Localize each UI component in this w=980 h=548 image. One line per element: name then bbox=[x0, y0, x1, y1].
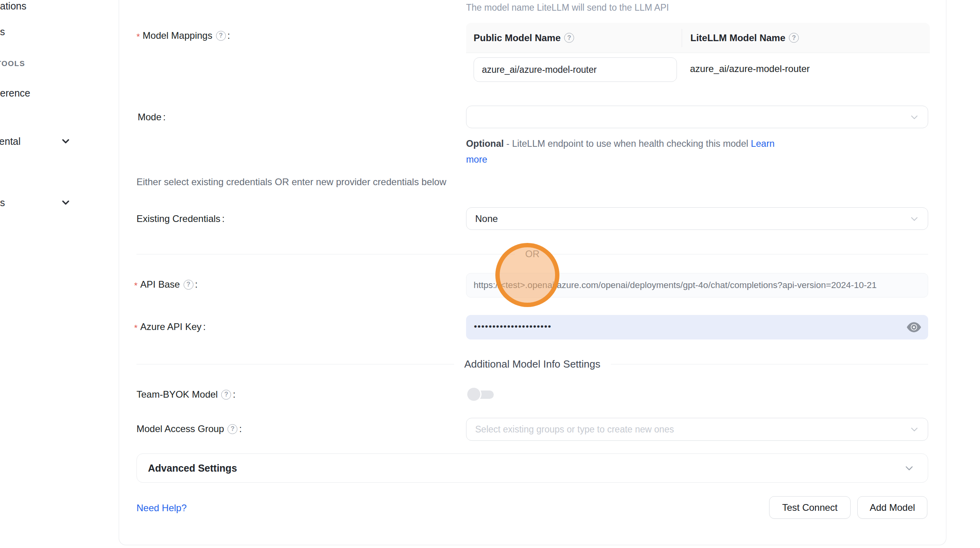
model-access-group-label: Model Access Group bbox=[136, 423, 242, 434]
label-colon bbox=[226, 30, 230, 41]
advanced-settings-title: Advanced Settings bbox=[137, 463, 237, 474]
help-icon[interactable] bbox=[216, 31, 226, 41]
add-model-form-card: The model name LiteLLM will send to the … bbox=[119, 0, 946, 545]
label-colon bbox=[237, 423, 242, 434]
chevron-down-icon bbox=[904, 463, 914, 473]
chevron-down-icon bbox=[910, 425, 919, 434]
azure-api-key-label: * Azure API Key bbox=[134, 321, 206, 332]
additional-settings-divider: Additional Model Info Settings bbox=[136, 358, 928, 370]
sidebar-nav: ations s TOOLS erence mental s bbox=[0, 0, 119, 548]
table-header-row: Public Model Name LiteLLM Model Name bbox=[466, 23, 930, 53]
column-header-public-model-name: Public Model Name bbox=[466, 32, 682, 44]
or-divider: OR bbox=[136, 248, 928, 260]
or-divider-text: OR bbox=[515, 248, 550, 260]
additional-settings-divider-text: Additional Model Info Settings bbox=[454, 358, 611, 370]
select-placeholder: Select existing groups or type to create… bbox=[466, 424, 674, 435]
chevron-down-icon bbox=[910, 112, 919, 122]
help-icon[interactable] bbox=[221, 390, 231, 400]
mode-label: Mode bbox=[138, 112, 166, 123]
masked-key-value: ••••••••••••••••••••• bbox=[474, 322, 552, 331]
litellm-model-name-value: azure_ai/azure-model-router bbox=[690, 63, 810, 74]
required-asterisk: * bbox=[134, 281, 138, 291]
label-colon bbox=[193, 279, 198, 290]
label-colon bbox=[161, 112, 166, 123]
need-help-link[interactable]: Need Help? bbox=[136, 502, 187, 514]
sidebar-item-label: erence bbox=[0, 87, 30, 99]
label-colon bbox=[201, 321, 206, 332]
sidebar-item-settings[interactable]: s bbox=[0, 197, 5, 209]
public-model-name-input[interactable] bbox=[474, 57, 677, 82]
model-access-group-select[interactable]: Select existing groups or type to create… bbox=[466, 418, 928, 441]
api-base-input[interactable]: https://<test>.openai.azure.com/openai/d… bbox=[466, 273, 928, 298]
sidebar-item-models[interactable]: s bbox=[0, 26, 5, 38]
help-icon[interactable] bbox=[789, 33, 799, 43]
azure-api-key-input[interactable]: ••••••••••••••••••••• bbox=[466, 315, 928, 339]
help-icon[interactable] bbox=[184, 280, 193, 290]
existing-credentials-label: Existing Credentials bbox=[136, 213, 225, 224]
sidebar-item-label: ations bbox=[0, 0, 27, 11]
required-asterisk: * bbox=[134, 323, 138, 333]
sidebar-item-reference[interactable]: erence bbox=[0, 87, 30, 99]
sidebar-item-label: s bbox=[0, 197, 5, 208]
sidebar-section-label: TOOLS bbox=[0, 59, 25, 68]
sidebar-item-integrations[interactable]: ations bbox=[0, 0, 27, 12]
required-asterisk: * bbox=[136, 32, 140, 42]
label-colon bbox=[220, 213, 225, 224]
sidebar-section-tools: TOOLS bbox=[0, 59, 25, 68]
team-byok-label: Team-BYOK Model bbox=[136, 389, 235, 400]
mode-help-text: Optional - LiteLLM endpoint to use when … bbox=[466, 136, 794, 167]
test-connect-button[interactable]: Test Connect bbox=[769, 496, 851, 519]
api-base-label: * API Base bbox=[134, 279, 197, 290]
chevron-down-icon[interactable] bbox=[61, 137, 70, 146]
existing-credentials-select[interactable]: None bbox=[466, 207, 928, 230]
chevron-down-icon[interactable] bbox=[61, 198, 70, 207]
sidebar-item-experimental[interactable]: mental bbox=[0, 136, 21, 147]
model-name-hint: The model name LiteLLM will send to the … bbox=[466, 2, 669, 13]
label-colon bbox=[231, 389, 235, 400]
team-byok-toggle[interactable] bbox=[467, 388, 494, 401]
add-model-button[interactable]: Add Model bbox=[857, 496, 927, 519]
toggle-knob bbox=[467, 388, 480, 401]
model-mappings-label: * Model Mappings bbox=[136, 30, 230, 41]
sidebar-item-label: mental bbox=[0, 136, 21, 147]
sidebar-item-label: s bbox=[0, 26, 5, 37]
column-header-litellm-model-name: LiteLLM Model Name bbox=[682, 29, 930, 47]
help-icon[interactable] bbox=[564, 33, 574, 43]
model-mappings-table: Public Model Name LiteLLM Model Name bbox=[466, 23, 930, 53]
add-model-page: ations s TOOLS erence mental s The model… bbox=[0, 0, 980, 548]
eye-icon[interactable] bbox=[907, 322, 921, 332]
chevron-down-icon bbox=[910, 214, 919, 224]
advanced-settings-panel[interactable]: Advanced Settings bbox=[136, 453, 928, 483]
credentials-note: Either select existing credentials OR en… bbox=[136, 176, 446, 188]
help-icon[interactable] bbox=[227, 424, 237, 434]
mode-select[interactable] bbox=[466, 106, 928, 128]
